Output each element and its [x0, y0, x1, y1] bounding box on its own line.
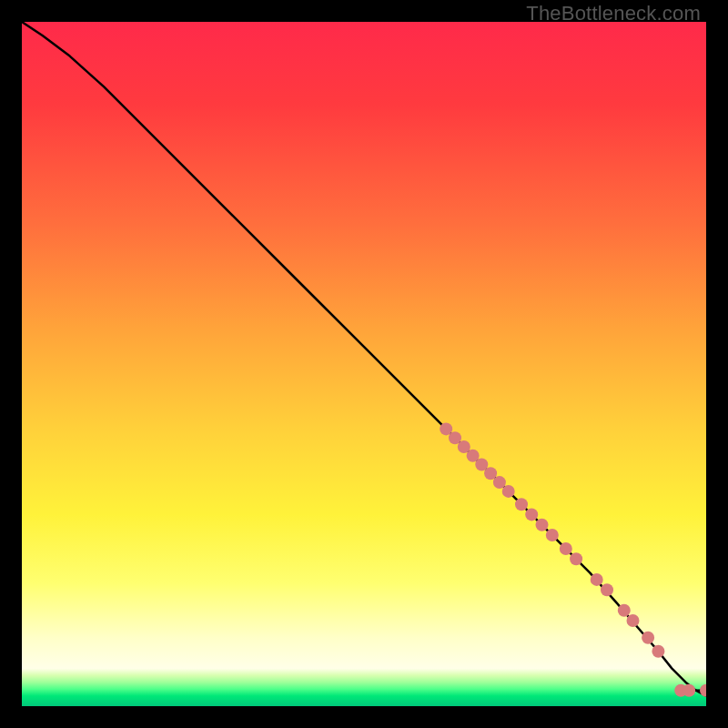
data-point — [601, 583, 613, 596]
data-point — [652, 645, 664, 658]
data-point — [515, 498, 528, 511]
data-point — [682, 684, 695, 697]
data-point — [502, 485, 515, 498]
chart-canvas — [22, 22, 706, 706]
gradient-background — [22, 22, 706, 706]
chart-frame — [22, 22, 706, 706]
data-point — [546, 529, 559, 541]
data-point — [536, 519, 549, 531]
data-point — [560, 542, 572, 555]
data-point — [627, 614, 640, 627]
data-point — [570, 552, 582, 565]
data-point — [525, 508, 538, 521]
data-point — [591, 573, 603, 586]
data-point — [642, 632, 654, 644]
data-point — [618, 604, 631, 617]
